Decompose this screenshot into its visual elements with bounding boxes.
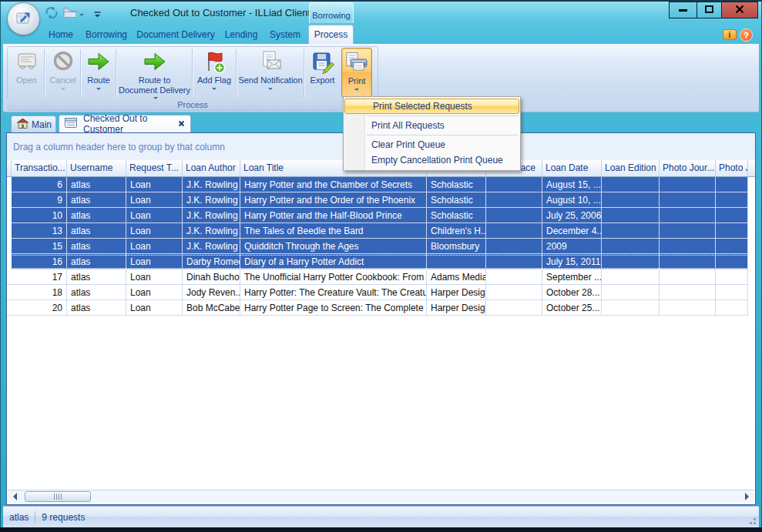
tab-main[interactable]: Main <box>11 115 56 132</box>
column-header-photo-jour[interactable]: Photo Jour... <box>660 160 716 176</box>
cell[interactable]: J.K. Rowling <box>183 208 240 223</box>
cell[interactable]: atlas <box>67 300 126 316</box>
resize-grip[interactable] <box>747 515 756 524</box>
cell[interactable]: Loan <box>126 285 183 300</box>
cell[interactable]: Scholastic <box>427 177 486 192</box>
cell[interactable]: 10 <box>12 208 67 223</box>
folder-dropdown-icon[interactable] <box>79 8 84 24</box>
cell[interactable] <box>486 254 542 269</box>
column-header-photo-jo[interactable]: Photo Jo... <box>716 160 748 176</box>
cell[interactable]: Loan <box>126 269 183 285</box>
table-row[interactable]: 15atlasLoanJ.K. RowlingQuidditch Through… <box>7 239 755 254</box>
cell[interactable]: Bob McCabe <box>183 300 240 316</box>
cell[interactable] <box>486 300 542 316</box>
cell[interactable]: Quidditch Through the Ages <box>240 239 427 254</box>
cell[interactable]: July 25, 2006 <box>542 208 602 223</box>
table-row[interactable]: 17atlasLoanDinah BuchotzThe Unofficial H… <box>7 269 755 285</box>
cell[interactable] <box>660 300 716 316</box>
cell[interactable]: Harry Potter and the Half-Blood Prince <box>240 208 427 223</box>
cell[interactable]: Loan <box>126 208 183 223</box>
scrollbar-thumb[interactable] <box>25 491 91 502</box>
cell[interactable]: The Tales of Beedle the Bard <box>240 223 427 239</box>
cell[interactable]: July 15, 2011 <box>542 254 602 269</box>
cell[interactable] <box>602 269 660 285</box>
minimize-button[interactable] <box>669 2 697 18</box>
cell[interactable] <box>716 254 748 269</box>
cell[interactable]: 6 <box>12 177 67 192</box>
cell[interactable]: Darby Romeo <box>183 254 240 269</box>
ribbon-tab-system[interactable]: System <box>264 25 307 44</box>
cell[interactable]: Jody Reven... <box>183 285 240 300</box>
cell[interactable] <box>602 285 660 300</box>
cell[interactable] <box>486 269 542 285</box>
cell[interactable] <box>486 192 542 208</box>
table-row[interactable]: 10atlasLoanJ.K. RowlingHarry Potter and … <box>7 208 755 223</box>
maximize-button[interactable] <box>697 2 721 18</box>
ribbon-button-print[interactable]: Print <box>341 48 372 98</box>
cell[interactable]: October 25... <box>542 300 602 316</box>
cell[interactable]: Harper Design <box>427 285 486 300</box>
cell[interactable]: 13 <box>12 223 67 239</box>
help-icon[interactable]: ? <box>740 28 753 42</box>
ribbon-tab-lending[interactable]: Lending <box>219 25 264 44</box>
cell[interactable] <box>602 254 660 269</box>
cell[interactable]: J.K. Rowling <box>183 223 240 239</box>
folder-icon[interactable] <box>63 5 77 20</box>
feedback-bubble-icon[interactable]: i <box>723 29 737 40</box>
cell[interactable]: Children's H... <box>427 223 486 239</box>
cell[interactable] <box>602 239 660 254</box>
ribbon-tab-borrowing[interactable]: Borrowing <box>79 25 134 44</box>
cell[interactable] <box>660 177 716 192</box>
cell[interactable]: Harry Potter and the Chamber of Secrets <box>240 177 427 192</box>
cell[interactable]: Diary of a Harry Potter Addict <box>240 254 427 269</box>
ribbon-tab-home[interactable]: Home <box>43 25 79 44</box>
cell[interactable] <box>660 239 716 254</box>
menu-item-print-all-requests[interactable]: Print All Requests <box>344 118 520 133</box>
cell[interactable] <box>486 239 542 254</box>
cell[interactable]: Loan <box>126 239 183 254</box>
quick-access-dropdown-icon[interactable] <box>94 7 101 22</box>
cell[interactable] <box>660 254 716 269</box>
cell[interactable] <box>716 239 748 254</box>
cell[interactable] <box>660 223 716 239</box>
cell[interactable]: Harper Design <box>427 300 486 316</box>
cell[interactable]: atlas <box>67 285 126 300</box>
cell[interactable]: atlas <box>67 254 126 269</box>
ribbon-button-add-flag[interactable]: Add Flag <box>193 48 235 98</box>
cell[interactable]: 18 <box>12 285 67 300</box>
cell[interactable]: Harry Potter Page to Screen: The Complet… <box>240 300 427 316</box>
cell[interactable]: Adams Media <box>427 269 486 285</box>
ribbon-tab-process[interactable]: Process <box>308 25 354 44</box>
cell[interactable] <box>486 177 542 192</box>
cell[interactable]: atlas <box>67 239 126 254</box>
cell[interactable]: J.K. Rowling <box>183 192 240 208</box>
ribbon-button-send-notification[interactable]: Send Notification <box>237 48 304 98</box>
cell[interactable]: atlas <box>67 192 126 208</box>
table-row[interactable]: 16atlasLoanDarby RomeoDiary of a Harry P… <box>7 254 755 269</box>
cell[interactable]: 16 <box>12 254 67 269</box>
cell[interactable] <box>660 285 716 300</box>
cell[interactable]: atlas <box>67 269 126 285</box>
cell[interactable] <box>602 223 660 239</box>
cell[interactable] <box>716 285 748 300</box>
table-row[interactable]: 9atlasLoanJ.K. RowlingHarry Potter and t… <box>7 192 755 208</box>
column-header-transactio[interactable]: Transactio... <box>12 160 67 176</box>
column-header-request-t[interactable]: Request T... <box>126 160 183 176</box>
ribbon-button-open[interactable]: Open <box>9 48 44 98</box>
column-header-loan-date[interactable]: Loan Date <box>542 160 602 176</box>
table-row[interactable]: 20atlasLoanBob McCabeHarry Potter Page t… <box>7 300 755 316</box>
cell[interactable] <box>716 223 748 239</box>
cell[interactable] <box>602 208 660 223</box>
cell[interactable]: December 4... <box>542 223 602 239</box>
cell[interactable] <box>660 192 716 208</box>
cell[interactable]: J.K. Rowling <box>183 177 240 192</box>
cell[interactable] <box>716 192 748 208</box>
cell[interactable]: 20 <box>12 300 67 316</box>
cell[interactable]: 17 <box>12 269 67 285</box>
cell[interactable]: atlas <box>67 223 126 239</box>
cell[interactable] <box>486 285 542 300</box>
cell[interactable]: The Unofficial Harry Potter Cookbook: Fr… <box>240 269 427 285</box>
tab-checked-out-to-customer[interactable]: Checked Out to Customer <box>59 115 191 132</box>
cell[interactable]: Loan <box>126 254 183 269</box>
cell[interactable] <box>486 223 542 239</box>
